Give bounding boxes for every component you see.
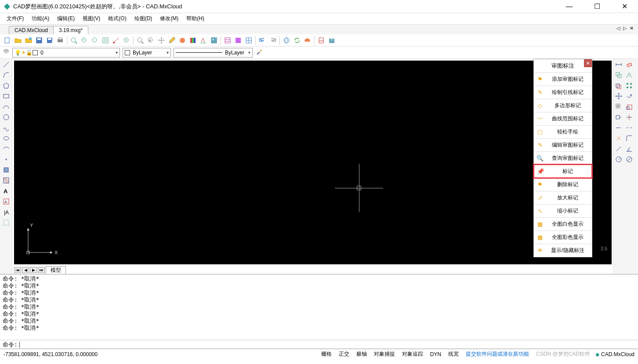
menu-file[interactable]: 文件(F) (3, 14, 28, 24)
menu-format[interactable]: 格式(O) (104, 14, 130, 24)
polygon-icon[interactable] (1, 81, 11, 90)
panel-header[interactable]: 审图标注 ✕ (534, 59, 592, 72)
globe-icon[interactable] (282, 36, 291, 45)
tab-next-icon[interactable]: ▶ (30, 267, 37, 273)
panel-item[interactable]: ✎绘制引线标记 (534, 86, 592, 99)
panel-item[interactable]: 〰曲线范围标记 (534, 112, 592, 125)
search-icon[interactable] (135, 36, 145, 45)
explode-icon[interactable] (614, 133, 624, 143)
refresh-icon[interactable] (292, 36, 302, 45)
line-icon[interactable] (1, 60, 11, 69)
panel-item[interactable]: ⚑添加审图标记 (534, 72, 592, 86)
ellipse-arc-icon[interactable] (1, 144, 11, 154)
rotate-icon[interactable] (624, 91, 634, 101)
tab-first-icon[interactable]: ⏮ (14, 267, 21, 273)
model-tab[interactable]: 模型 (46, 266, 66, 274)
move-icon[interactable] (614, 91, 624, 101)
zoom-prev-icon[interactable] (122, 36, 131, 45)
panel-item[interactable]: ⤡缩小标记 (534, 204, 592, 217)
linetype-dropdown[interactable]: ByLayer (174, 48, 253, 58)
text-icon[interactable]: A (1, 186, 11, 196)
zoom-extents-icon[interactable] (101, 36, 110, 45)
saveas-icon[interactable]: + (45, 36, 54, 45)
toggle-osnap[interactable]: 对象捕捉 (370, 350, 399, 358)
save-icon[interactable] (34, 36, 44, 45)
fillet-icon[interactable] (624, 133, 634, 143)
toggle-polar[interactable]: 极轴 (353, 350, 370, 358)
mtext-icon[interactable]: A (1, 197, 11, 206)
zoom-window-icon[interactable] (69, 36, 79, 45)
ellipse-icon[interactable] (1, 133, 11, 143)
panel-item[interactable]: ✎编辑审图标记 (534, 138, 592, 151)
vtext-icon[interactable]: |A (1, 207, 11, 217)
tab-last-icon[interactable]: ⏭ (38, 267, 45, 273)
panel-item[interactable]: 🔍查询审图标记 (534, 151, 592, 165)
zoom-realtime-icon[interactable]: ± (146, 36, 156, 45)
circle-icon[interactable] (1, 112, 11, 122)
toggle-grid[interactable]: 栅格 (318, 350, 335, 358)
open-icon[interactable] (13, 36, 23, 45)
block-icon[interactable] (1, 165, 11, 175)
toggle-otrack[interactable]: 对象追踪 (399, 350, 427, 358)
menu-edit[interactable]: 编辑(E) (53, 14, 79, 24)
tab-drawing[interactable]: 3.19.mxg* (53, 26, 88, 34)
rectangle-icon[interactable] (1, 91, 11, 101)
table-icon[interactable] (244, 36, 254, 45)
offset-icon[interactable] (614, 81, 624, 90)
drawing-canvas[interactable]: X Y 3.5 (14, 61, 612, 264)
layers-icon[interactable] (188, 36, 198, 45)
region-icon[interactable] (1, 218, 11, 227)
mirror-icon[interactable] (624, 70, 634, 80)
point-icon[interactable] (1, 155, 11, 164)
panel-item[interactable]: ▦全图白色显示 (534, 217, 592, 231)
trim-icon[interactable] (624, 112, 634, 122)
zoom-in-icon[interactable]: + (80, 36, 89, 45)
pdf-icon[interactable]: PDF (316, 36, 326, 45)
array-icon[interactable] (624, 81, 634, 90)
dim-aligned-icon[interactable] (614, 144, 624, 154)
measure-icon[interactable] (111, 36, 121, 45)
copy-icon[interactable] (614, 70, 624, 80)
minimize-button[interactable]: — (559, 0, 579, 13)
open-cloud-icon[interactable] (24, 36, 33, 45)
dim-radius-icon[interactable] (614, 155, 624, 164)
scale-icon[interactable] (624, 102, 634, 112)
menu-help[interactable]: 帮助(H) (182, 14, 208, 24)
highlight-icon[interactable] (199, 36, 208, 45)
gradient-icon[interactable] (233, 36, 243, 45)
dim-angular-icon[interactable] (624, 144, 634, 154)
tab-prev-icon[interactable]: ◀ (22, 267, 29, 273)
toggle-ortho[interactable]: 正交 (335, 350, 353, 358)
cloud-icon[interactable] (303, 36, 312, 45)
panel-item[interactable]: ⚑删除标记 (534, 178, 592, 191)
panel-item[interactable]: 👁显示/隐藏标注 (534, 244, 592, 257)
panel-close-button[interactable]: ✕ (584, 59, 592, 67)
panel-item[interactable]: 📌标记 (533, 164, 593, 179)
stretch-icon[interactable] (614, 112, 624, 122)
tab-cloud[interactable]: CAD.MxCloud (9, 26, 54, 34)
tab-controls[interactable]: ◁ ▷ ✕ (616, 25, 634, 31)
new-icon[interactable] (3, 36, 12, 45)
command-input[interactable] (19, 342, 635, 348)
menu-modify[interactable]: 修改(M) (156, 14, 182, 24)
zoom-out-icon[interactable]: - (90, 36, 100, 45)
layer-dropdown[interactable]: 💡 ☀ 🔓 0 (12, 48, 120, 58)
dim-diameter-icon[interactable] (624, 155, 634, 164)
extend-icon[interactable] (614, 123, 624, 133)
arc-icon[interactable] (1, 70, 11, 80)
redo-icon[interactable] (268, 36, 278, 45)
toggle-lweight[interactable]: 线宽 (445, 350, 462, 358)
layer-manager-icon[interactable] (3, 48, 10, 57)
export-icon[interactable] (327, 36, 337, 45)
panel-item[interactable]: ▢轻松手绘 (534, 125, 592, 138)
grid-icon[interactable] (614, 102, 624, 112)
close-button[interactable]: ✕ (615, 0, 634, 13)
panel-item[interactable]: ⤢放大标记 (534, 191, 592, 204)
hatch-icon[interactable] (1, 176, 11, 185)
spline-icon[interactable] (1, 123, 11, 133)
panel-item[interactable]: ◇多边形标记 (534, 99, 592, 112)
erase-icon[interactable] (624, 60, 634, 69)
feedback-link[interactable]: 提交软件问题或潜在新功能 (462, 350, 533, 358)
break-icon[interactable] (624, 123, 634, 133)
pattern-icon[interactable] (223, 36, 232, 45)
